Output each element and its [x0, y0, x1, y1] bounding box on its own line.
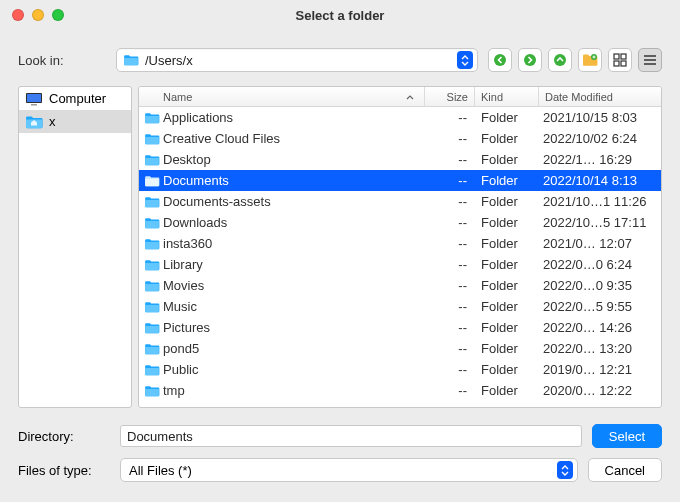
list-view-button[interactable]	[638, 48, 662, 72]
file-name: tmp	[163, 383, 425, 398]
file-kind: Folder	[475, 236, 539, 251]
path-stepper[interactable]	[457, 51, 473, 69]
file-name: Movies	[163, 278, 425, 293]
bottom-area: Directory: Select Files of type: All Fil…	[0, 408, 680, 482]
file-date: 2019/0… 12:21	[539, 362, 661, 377]
forward-button[interactable]	[518, 48, 542, 72]
file-size: --	[425, 341, 475, 356]
file-row[interactable]: Library--Folder2022/0…0 6:24	[139, 254, 661, 275]
file-row[interactable]: tmp--Folder2020/0… 12:22	[139, 380, 661, 401]
file-date: 2021/0… 12:07	[539, 236, 661, 251]
file-row[interactable]: Public--Folder2019/0… 12:21	[139, 359, 661, 380]
file-row[interactable]: Documents--Folder2022/10/14 8:13	[139, 170, 661, 191]
lookin-row: Look in: /Users/x	[0, 40, 680, 80]
file-name: Documents	[163, 173, 425, 188]
file-size: --	[425, 110, 475, 125]
file-date: 2022/0… 14:26	[539, 320, 661, 335]
file-size: --	[425, 299, 475, 314]
file-size: --	[425, 215, 475, 230]
file-row[interactable]: pond5--Folder2022/0… 13:20	[139, 338, 661, 359]
file-name: Music	[163, 299, 425, 314]
file-type-select[interactable]: All Files (*)	[120, 458, 578, 482]
file-size: --	[425, 383, 475, 398]
file-date: 2022/10/14 8:13	[539, 173, 661, 188]
minimize-window-button[interactable]	[32, 9, 44, 21]
file-row[interactable]: Downloads--Folder2022/10…5 17:11	[139, 212, 661, 233]
file-kind: Folder	[475, 320, 539, 335]
sidebar-item-label: x	[49, 114, 56, 129]
file-row[interactable]: Pictures--Folder2022/0… 14:26	[139, 317, 661, 338]
monitor-icon	[25, 92, 43, 106]
col-kind-header[interactable]: Kind	[475, 87, 539, 106]
svg-rect-10	[31, 104, 37, 106]
file-date: 2022/10/02 6:24	[539, 131, 661, 146]
col-name-header[interactable]: Name	[139, 87, 425, 106]
home-folder-icon	[25, 115, 43, 129]
col-date-header[interactable]: Date Modified	[539, 87, 661, 106]
back-button[interactable]	[488, 48, 512, 72]
filter-label: Files of type:	[18, 463, 110, 478]
window-title: Select a folder	[0, 8, 680, 23]
sidebar-item-x[interactable]: x	[19, 110, 131, 133]
file-name: Creative Cloud Files	[163, 131, 425, 146]
file-kind: Folder	[475, 131, 539, 146]
directory-input[interactable]	[120, 425, 582, 447]
lookin-path-text: /Users/x	[145, 53, 451, 68]
col-size-header[interactable]: Size	[425, 87, 475, 106]
sort-asc-icon	[406, 94, 414, 100]
folder-icon	[141, 322, 163, 334]
file-size: --	[425, 131, 475, 146]
file-name: Library	[163, 257, 425, 272]
file-size: --	[425, 194, 475, 209]
file-type-stepper	[557, 461, 573, 479]
file-type-value: All Files (*)	[129, 463, 557, 478]
folder-icon	[141, 196, 163, 208]
svg-rect-4	[614, 54, 619, 59]
file-size: --	[425, 236, 475, 251]
file-kind: Folder	[475, 362, 539, 377]
file-kind: Folder	[475, 215, 539, 230]
file-kind: Folder	[475, 110, 539, 125]
directory-label: Directory:	[18, 429, 110, 444]
file-row[interactable]: Desktop--Folder2022/1… 16:29	[139, 149, 661, 170]
file-kind: Folder	[475, 341, 539, 356]
file-size: --	[425, 173, 475, 188]
svg-point-1	[524, 54, 536, 66]
folder-icon	[141, 112, 163, 124]
folder-icon	[141, 217, 163, 229]
file-date: 2022/0… 13:20	[539, 341, 661, 356]
icon-view-button[interactable]	[608, 48, 632, 72]
file-date: 2020/0… 12:22	[539, 383, 661, 398]
file-row[interactable]: Applications--Folder2021/10/15 8:03	[139, 107, 661, 128]
file-name: Applications	[163, 110, 425, 125]
folder-icon	[141, 301, 163, 313]
folder-icon	[141, 343, 163, 355]
folder-icon	[141, 385, 163, 397]
new-folder-button[interactable]	[578, 48, 602, 72]
zoom-window-button[interactable]	[52, 9, 64, 21]
svg-point-0	[494, 54, 506, 66]
select-button[interactable]: Select	[592, 424, 662, 448]
cancel-button[interactable]: Cancel	[588, 458, 662, 482]
svg-rect-6	[614, 61, 619, 66]
file-row[interactable]: Creative Cloud Files--Folder2022/10/02 6…	[139, 128, 661, 149]
sidebar-item-computer[interactable]: Computer	[19, 87, 131, 110]
file-name: Desktop	[163, 152, 425, 167]
close-window-button[interactable]	[12, 9, 24, 21]
file-row[interactable]: Movies--Folder2022/0…0 9:35	[139, 275, 661, 296]
file-row[interactable]: Music--Folder2022/0…5 9:55	[139, 296, 661, 317]
file-row[interactable]: insta360--Folder2021/0… 12:07	[139, 233, 661, 254]
file-size: --	[425, 257, 475, 272]
folder-icon	[141, 154, 163, 166]
lookin-path-select[interactable]: /Users/x	[116, 48, 478, 72]
file-kind: Folder	[475, 383, 539, 398]
file-row[interactable]: Documents-assets--Folder2021/10…1 11:26	[139, 191, 661, 212]
file-kind: Folder	[475, 152, 539, 167]
column-headers: Name Size Kind Date Modified	[139, 87, 661, 107]
parent-folder-button[interactable]	[548, 48, 572, 72]
file-date: 2022/10…5 17:11	[539, 215, 661, 230]
file-kind: Folder	[475, 173, 539, 188]
file-kind: Folder	[475, 257, 539, 272]
file-rows: Applications--Folder2021/10/15 8:03Creat…	[139, 107, 661, 407]
file-size: --	[425, 362, 475, 377]
